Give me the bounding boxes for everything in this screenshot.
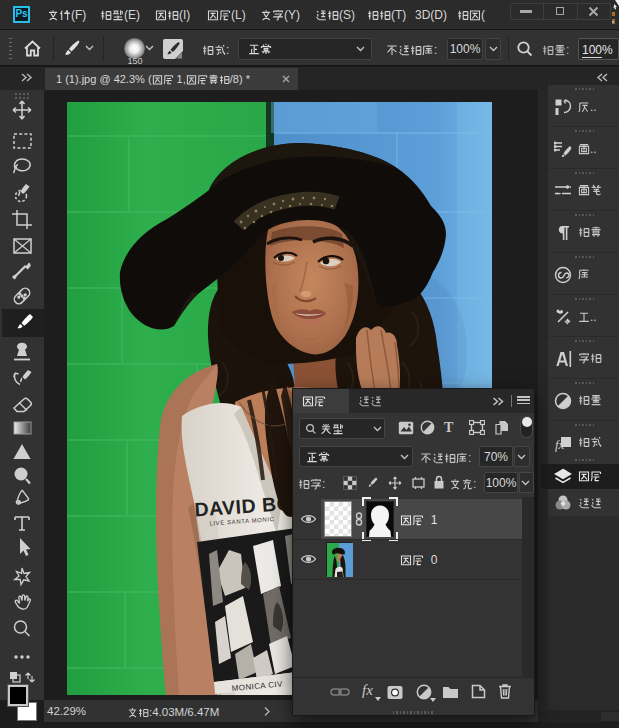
svg-text:fx: fx	[555, 437, 565, 452]
